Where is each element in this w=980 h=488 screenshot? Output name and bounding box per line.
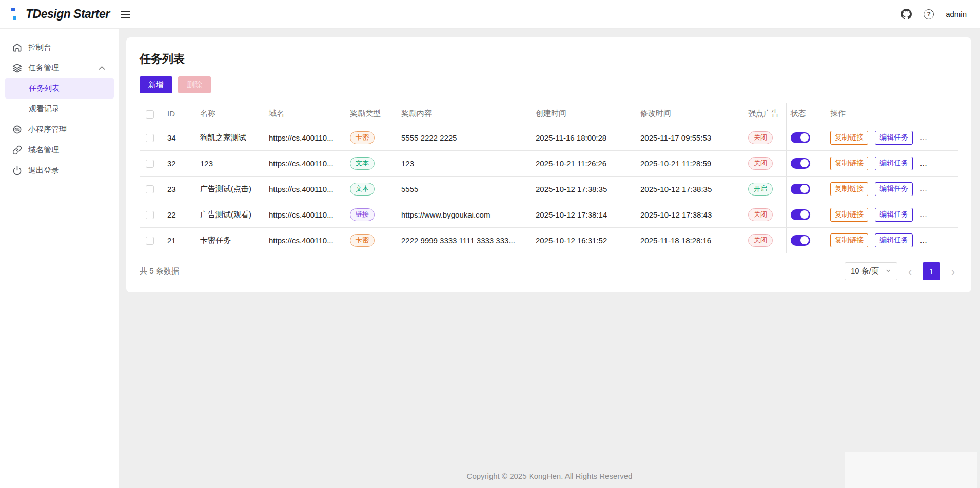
sidebar-item-watch-records[interactable]: 观看记录: [5, 99, 114, 119]
copy-link-button[interactable]: 复制链接: [830, 157, 868, 170]
view-data-button[interactable]: 查看数据: [919, 208, 957, 222]
row-checkbox[interactable]: [146, 211, 154, 219]
sidebar-item-task-management[interactable]: 任务管理: [5, 57, 114, 78]
reward-type-tag: 文本: [350, 183, 375, 196]
chevron-down-icon: [885, 268, 891, 274]
table-row: 21 卡密任务 https://cs.400110... 卡密 2222 999…: [140, 227, 958, 253]
cell-name: 广告测试(点击): [196, 176, 265, 202]
cell-domain: https://cs.400110...: [265, 150, 346, 176]
col-header-created: 创建时间: [532, 103, 636, 125]
sidebar-item-logout[interactable]: 退出登录: [5, 160, 114, 181]
col-header-domain: 域名: [265, 103, 346, 125]
main-area: 任务列表 新增 删除 ID 名称 域名 奖励类型 奖励内容 创建时间: [119, 29, 980, 488]
view-data-button[interactable]: 查看数据: [919, 182, 957, 196]
cell-created-time: 2025-10-21 11:26:26: [532, 150, 636, 176]
chevron-up-icon: [97, 63, 107, 73]
status-toggle[interactable]: [791, 184, 810, 194]
page-title: 任务列表: [140, 51, 958, 67]
cell-reward-content: 2222 9999 3333 1111 3333 333...: [397, 227, 532, 253]
cell-id: 34: [163, 125, 196, 150]
view-data-button[interactable]: 查看数据: [919, 233, 957, 247]
task-list-card: 任务列表 新增 删除 ID 名称 域名 奖励类型 奖励内容 创建时间: [126, 37, 971, 292]
edit-task-button[interactable]: 编辑任务: [875, 157, 913, 170]
cell-modified-time: 2025-11-18 18:28:16: [636, 227, 744, 253]
page-size-select[interactable]: 10 条/页: [845, 262, 897, 280]
col-header-reward-type: 奖励类型: [346, 103, 397, 125]
reward-type-tag: 文本: [350, 157, 375, 170]
cell-reward-content: 5555 2222 2225: [397, 125, 532, 150]
sidebar-item-domain-management[interactable]: 域名管理: [5, 140, 114, 160]
row-checkbox[interactable]: [146, 185, 154, 193]
sidebar-item-label: 任务管理: [28, 63, 59, 73]
link-icon: [12, 145, 22, 155]
view-data-button[interactable]: 查看数据: [919, 131, 957, 145]
cell-reward-content: https://www.bygoukai.com: [397, 202, 532, 227]
col-header-name: 名称: [196, 103, 265, 125]
table-row: 22 广告测试(观看) https://cs.400110... 链接 http…: [140, 202, 958, 227]
table-row: 23 广告测试(点击) https://cs.400110... 文本 5555…: [140, 176, 958, 202]
reward-type-tag: 卡密: [350, 131, 375, 144]
help-icon[interactable]: ?: [924, 9, 934, 19]
cell-created-time: 2025-10-12 17:38:14: [532, 202, 636, 227]
copy-link-button[interactable]: 复制链接: [830, 233, 868, 247]
edit-task-button[interactable]: 编辑任务: [875, 208, 913, 222]
github-icon[interactable]: [901, 9, 912, 19]
cell-modified-time: 2025-10-12 17:38:35: [636, 176, 744, 202]
table-row: 34 狗凯之家测试 https://cs.400110... 卡密 5555 2…: [140, 125, 958, 150]
reward-type-tag: 卡密: [350, 234, 375, 247]
copy-link-button[interactable]: 复制链接: [830, 182, 868, 196]
delete-button[interactable]: 删除: [178, 76, 211, 93]
status-toggle[interactable]: [791, 235, 810, 246]
cell-modified-time: 2025-10-12 17:38:43: [636, 202, 744, 227]
select-all-checkbox[interactable]: [146, 110, 154, 119]
edit-task-button[interactable]: 编辑任务: [875, 182, 913, 196]
row-checkbox[interactable]: [146, 160, 154, 168]
cell-domain: https://cs.400110...: [265, 176, 346, 202]
row-checkbox[interactable]: [146, 237, 154, 245]
cell-domain: https://cs.400110...: [265, 125, 346, 150]
sidebar-item-label: 退出登录: [28, 166, 59, 175]
logo-text: TDesign Starter: [26, 7, 110, 21]
cell-id: 23: [163, 176, 196, 202]
sidebar-collapse-icon[interactable]: [119, 9, 132, 20]
layers-icon: [12, 63, 22, 73]
user-menu[interactable]: admin: [946, 10, 967, 18]
copy-link-button[interactable]: 复制链接: [830, 131, 868, 145]
sidebar-item-label: 小程序管理: [28, 125, 67, 134]
status-toggle[interactable]: [791, 209, 810, 220]
view-data-button[interactable]: 查看数据: [919, 157, 957, 170]
table-body: 34 狗凯之家测试 https://cs.400110... 卡密 5555 2…: [140, 125, 958, 253]
sidebar-item-label: 观看记录: [29, 104, 60, 114]
cell-name: 123: [196, 150, 265, 176]
copy-link-button[interactable]: 复制链接: [830, 208, 868, 222]
current-page-button[interactable]: 1: [923, 262, 940, 280]
cell-id: 21: [163, 227, 196, 253]
cell-id: 22: [163, 202, 196, 227]
edit-task-button[interactable]: 编辑任务: [875, 233, 913, 247]
cell-domain: https://cs.400110...: [265, 202, 346, 227]
status-toggle[interactable]: [791, 158, 810, 169]
status-toggle[interactable]: [791, 132, 810, 143]
col-header-reward-content: 奖励内容: [397, 103, 532, 125]
add-button[interactable]: 新增: [140, 76, 172, 93]
prev-page-button[interactable]: ‹: [905, 266, 915, 277]
col-header-status: 状态: [786, 103, 826, 125]
page-size-value: 10 条/页: [851, 266, 879, 276]
top-bar: TDesign Starter ? admin: [0, 0, 980, 29]
sidebar-item-console[interactable]: 控制台: [5, 37, 114, 57]
cell-created-time: 2025-11-16 18:00:28: [532, 125, 636, 150]
row-checkbox[interactable]: [146, 134, 154, 142]
cell-id: 32: [163, 150, 196, 176]
force-ad-tag: 关闭: [748, 208, 773, 221]
force-ad-tag: 关闭: [748, 131, 773, 144]
sidebar-item-label: 控制台: [28, 43, 51, 52]
next-page-button[interactable]: ›: [948, 266, 958, 277]
col-header-id: ID: [163, 103, 196, 125]
home-icon: [12, 43, 22, 52]
cell-modified-time: 2025-10-21 11:28:59: [636, 150, 744, 176]
sidebar-item-task-list[interactable]: 任务列表: [5, 78, 114, 99]
logo-mark-icon: [10, 7, 18, 21]
sidebar-item-miniprogram-management[interactable]: 小程序管理: [5, 119, 114, 140]
force-ad-tag: 关闭: [748, 157, 773, 170]
edit-task-button[interactable]: 编辑任务: [875, 131, 913, 145]
